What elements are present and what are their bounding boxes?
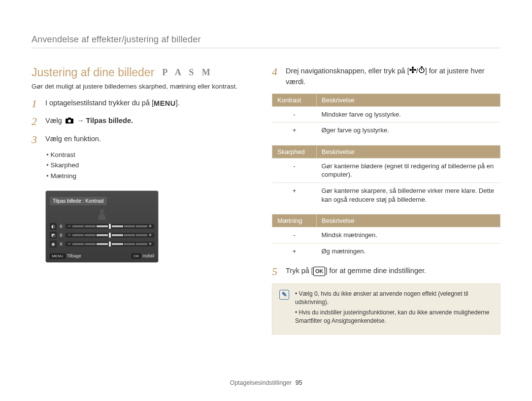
svg-point-2 — [68, 120, 71, 123]
table-cell: Mindsker farve og lysstyrke. — [317, 106, 500, 123]
list-item: Mætning — [46, 171, 248, 182]
table-row: +Gør kanterne skarpere, så billederne vi… — [272, 183, 500, 207]
step-text: ] for at gemme dine indstillinger. — [325, 267, 426, 275]
contrast-icon: ◐ — [50, 223, 57, 230]
minus-icon: − — [67, 241, 71, 247]
svg-rect-10 — [421, 66, 423, 67]
table-cell: - — [272, 158, 317, 183]
slider-value: 0 — [59, 224, 64, 229]
svg-point-5 — [409, 69, 412, 71]
table-cell: + — [272, 183, 317, 207]
step-number: 3 — [32, 134, 40, 146]
step-text: Drej navigationsknappen, eller tryk på [ — [286, 67, 409, 75]
timer-icon — [418, 66, 425, 77]
table-row: -Gør kanterne blødere (egnet til rediger… — [272, 158, 500, 183]
sharpness-icon: ◩ — [50, 232, 57, 239]
step-text: ]. — [176, 99, 180, 107]
svg-point-3 — [412, 69, 414, 71]
camera-title: Tilpas billede : Kontrast — [50, 197, 107, 205]
table-cell: Gør kanterne skarpere, så billederne vir… — [317, 183, 500, 207]
table-cell: Mindsk mætningen. — [317, 227, 500, 244]
ok-icon: OK — [313, 267, 326, 276]
function-list: Kontrast Skarphed Mætning — [32, 150, 248, 182]
minus-icon: − — [67, 223, 71, 229]
menu-chip: MENU — [50, 253, 66, 259]
slider-value: 0 — [59, 233, 64, 238]
table-cell: + — [272, 123, 317, 138]
back-label: Tilbage — [67, 253, 81, 258]
table-kontrast: KontrastBeskrivelse -Mindsker farve og l… — [272, 93, 500, 138]
table-cell: Øger farve og lysstyrke. — [317, 123, 500, 138]
mode-indicator-pasm: P A S M — [162, 67, 213, 78]
silhouette-icon — [50, 208, 154, 220]
step-text: Vælg — [45, 117, 64, 124]
table-header: Kontrast — [272, 93, 317, 106]
flower-macro-icon — [409, 66, 416, 77]
table-cell: - — [272, 227, 317, 244]
table-row: -Mindsk mætningen. — [272, 227, 500, 244]
camera-preview: Tilpas billede : Kontrast ◐ 0 −+ ◩ 0 −+ … — [45, 190, 159, 263]
table-cell: + — [272, 243, 317, 259]
slider-value: 0 — [59, 242, 64, 247]
menu-icon: MENU — [154, 98, 176, 109]
step-1: 1 I optagelsestilstand trykker du på [ME… — [32, 98, 248, 110]
slider-saturation: ◉ 0 −+ — [50, 241, 154, 247]
table-maetning: MætningBeskrivelse -Mindsk mætningen. +Ø… — [272, 214, 500, 259]
breadcrumb: Anvendelse af effekter/justering af bill… — [32, 34, 500, 48]
table-header: Beskrivelse — [317, 93, 500, 106]
table-header: Skarphed — [272, 145, 317, 158]
step-number: 4 — [272, 66, 281, 88]
step-text: I optagelsestilstand trykker du på [ — [45, 99, 154, 107]
slider-sharpness: ◩ 0 −+ — [50, 232, 154, 239]
list-item: Kontrast — [46, 150, 248, 160]
table-row: -Mindsker farve og lysstyrke. — [272, 106, 500, 123]
table-row: +Øg mætningen. — [272, 243, 500, 259]
step-text-bold: → Tilpas billede. — [75, 117, 133, 124]
plus-icon: + — [148, 232, 152, 238]
step-5: 5 Tryk på [OK] for at gemme dine indstil… — [272, 266, 500, 278]
minus-icon: − — [67, 232, 71, 238]
svg-point-6 — [414, 69, 416, 71]
table-cell: Øg mætningen. — [317, 243, 500, 259]
step-2: 2 Vælg → Tilpas billede. — [32, 116, 248, 127]
section-heading: Justering af dine billeder — [32, 66, 154, 79]
ok-chip: OK — [132, 253, 141, 259]
section-description: Gør det muligt at justere billedernes sk… — [32, 82, 248, 91]
note-box: ✎ Vælg 0, hvis du ikke ønsker at anvende… — [272, 283, 500, 334]
camera-icon — [66, 116, 73, 127]
list-item: Skarphed — [46, 160, 248, 171]
plus-icon: + — [148, 241, 152, 247]
saturation-icon: ◉ — [50, 241, 57, 247]
slider-contrast: ◐ 0 −+ — [50, 223, 154, 230]
table-cell: - — [272, 106, 317, 123]
step-text: Tryk på [ — [286, 267, 313, 275]
svg-point-4 — [412, 66, 414, 69]
page-number: 95 — [296, 379, 302, 386]
svg-rect-1 — [68, 118, 71, 119]
table-header: Beskrivelse — [317, 215, 500, 227]
step-number: 2 — [32, 116, 40, 127]
step-number: 1 — [32, 98, 40, 110]
footer-section: Optagelsesindstillinger — [230, 379, 292, 386]
info-icon: ✎ — [279, 290, 289, 300]
table-skarphed: SkarphedBeskrivelse -Gør kanterne bløder… — [272, 145, 500, 207]
step-3: 3 Vælg en funktion. — [32, 134, 248, 146]
svg-point-7 — [412, 71, 414, 73]
plus-icon: + — [148, 223, 152, 229]
table-row: +Øger farve og lysstyrke. — [272, 123, 500, 138]
note-item: Vælg 0, hvis du ikke ønsker at anvende n… — [295, 290, 492, 307]
table-header: Beskrivelse — [317, 145, 500, 158]
page-footer: Optagelsesindstillinger 95 — [0, 379, 532, 386]
table-header: Mætning — [272, 215, 317, 227]
step-text: Vælg en funktion. — [45, 134, 101, 146]
set-label: Indstil — [142, 253, 154, 258]
table-cell: Gør kanterne blødere (egnet til redigeri… — [317, 158, 500, 183]
note-item: Hvis du indstiller justeringsfunktioner,… — [295, 308, 492, 325]
step-4: 4 Drej navigationsknappen, eller tryk på… — [272, 66, 500, 88]
step-number: 5 — [272, 266, 281, 278]
